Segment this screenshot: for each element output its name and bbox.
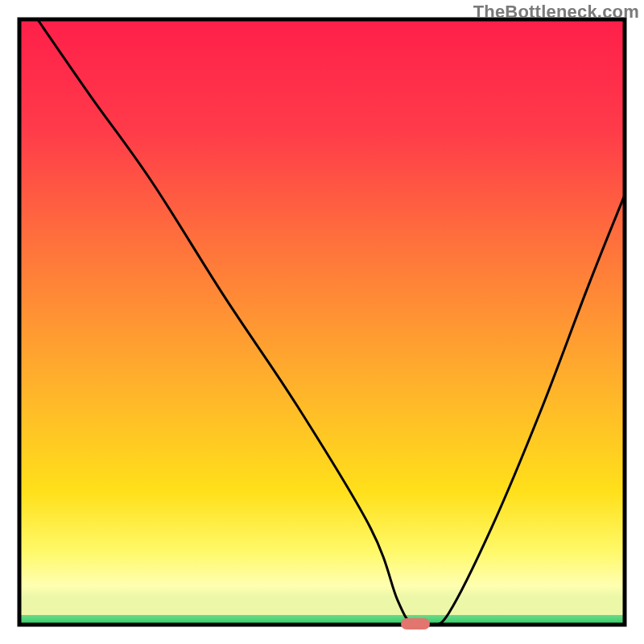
heat-background — [19, 19, 625, 625]
trough-marker-pill — [401, 618, 430, 630]
watermark-text: TheBottleneck.com — [473, 2, 639, 23]
plot-area — [19, 19, 625, 625]
chart-frame: TheBottleneck.com — [0, 0, 644, 644]
bottleneck-chart — [0, 0, 644, 644]
